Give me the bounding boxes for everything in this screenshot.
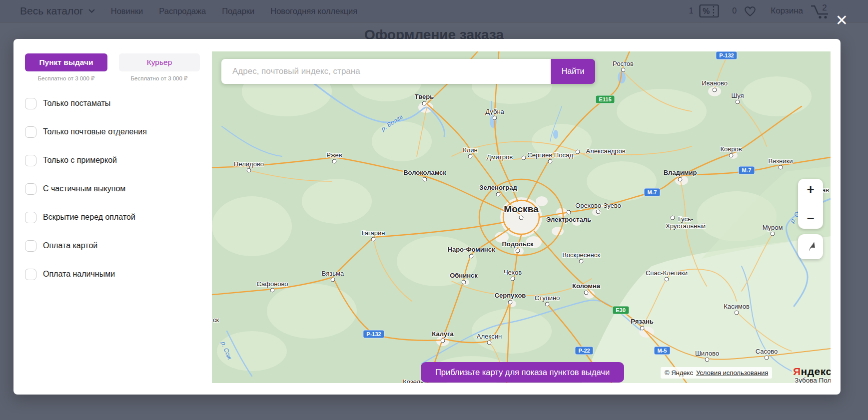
map-city-label: Калуга [432, 330, 453, 338]
tab-courier[interactable]: Курьер [119, 53, 200, 71]
copyright-text: © Яндекс [665, 369, 693, 377]
address-search-input[interactable] [221, 59, 551, 84]
filter-row[interactable]: Оплата картой [25, 240, 147, 251]
filter-checkbox[interactable] [25, 155, 36, 166]
city-dot [516, 249, 520, 253]
filter-row[interactable]: С частичным выкупом [25, 183, 147, 194]
catalog-menu-button[interactable]: Весь каталог [20, 5, 95, 17]
city-dot [729, 153, 734, 158]
map-city-label: Чехов [504, 269, 522, 276]
road-badge: Р-132 [716, 51, 737, 60]
map-city-label: Рязань [631, 318, 653, 325]
map-city-label: Александров [586, 147, 625, 155]
pickup-free-note: Бесплатно от 3 000 ₽ [25, 75, 107, 82]
map-city-label: Сасово [756, 348, 778, 355]
filter-checkbox[interactable] [25, 269, 36, 280]
filter-checkbox[interactable] [25, 212, 36, 223]
terms-link[interactable]: Условия использования [696, 369, 768, 377]
zoom-in-button[interactable]: + [807, 184, 814, 195]
heart-icon[interactable] [743, 4, 758, 18]
filter-label: Только почтовые отделения [43, 127, 147, 136]
filter-label: Оплата наличными [43, 270, 115, 279]
nav-link[interactable]: Распродажа [159, 6, 206, 16]
city-dot [423, 177, 427, 182]
filter-row[interactable]: Вскрытие перед оплатой [25, 212, 147, 223]
city-dot [469, 254, 474, 259]
tab-pickup-point[interactable]: Пункт выдачи [25, 53, 107, 71]
city-dot [462, 280, 466, 285]
cart-icon[interactable]: 2 [809, 2, 832, 19]
map-city-label: Ковров [720, 145, 742, 153]
map-city-label: Клин [463, 146, 478, 154]
city-dot [713, 88, 717, 92]
filter-checkbox[interactable] [25, 183, 36, 195]
city-dot [665, 277, 669, 282]
courier-free-note: Бесплатно от 3 000 ₽ [118, 75, 200, 82]
yandex-logo-first-letter: Я [793, 366, 801, 377]
map-city-label: Электросталь [546, 216, 591, 223]
coupon-count: 1 [689, 6, 693, 15]
search-submit-button[interactable]: Найти [551, 59, 595, 84]
chevron-down-icon [88, 9, 95, 13]
filter-label: Только постаматы [43, 99, 110, 108]
road-badge: Е115 [595, 95, 615, 104]
city-dot [621, 68, 626, 72]
filter-row[interactable]: Оплата наличными [25, 269, 147, 280]
coupon-icon[interactable]: % [699, 4, 719, 18]
map-city-label: Воскресенск [562, 251, 600, 259]
map-city-label: Зеленоград [479, 184, 517, 191]
map-canvas[interactable]: ТверьДубнаРостовИвановоШуяНелидовоРжевКл… [212, 51, 831, 383]
map-city-label: Ступино [535, 294, 560, 302]
map-city-label: Тверь [415, 93, 434, 100]
filter-row[interactable]: Только постаматы [25, 98, 147, 109]
city-dot [270, 288, 275, 293]
geolocation-button[interactable] [798, 234, 823, 259]
yandex-logo[interactable]: Яндекс [793, 366, 831, 378]
filter-checkbox[interactable] [25, 240, 36, 252]
city-dot [422, 101, 427, 106]
map-city-label: Дмитров [487, 153, 513, 161]
road-badge: Е30 [612, 306, 629, 315]
city-dot [678, 177, 683, 182]
filter-checkbox[interactable] [25, 98, 36, 109]
map-city-label: ск [213, 316, 219, 324]
filter-label: Оплата картой [43, 241, 97, 250]
city-dot [545, 302, 550, 307]
city-dot [584, 291, 589, 295]
city-dot [371, 237, 376, 242]
city-dot [468, 154, 473, 159]
map-attribution: © Яндекс Условия использования [661, 367, 772, 379]
city-dot [548, 159, 553, 164]
close-icon[interactable]: ✕ [836, 13, 848, 28]
city-dot [508, 300, 513, 305]
nav-link[interactable]: Подарки [222, 6, 254, 16]
map-city-label: Гагарин [362, 229, 385, 237]
city-dot [671, 216, 675, 220]
delivery-panel: Пункт выдачи Курьер Бесплатно от 3 000 ₽… [13, 39, 212, 395]
zoom-out-button[interactable]: − [807, 213, 814, 224]
map-city-label: Москва [504, 204, 538, 215]
city-dot [640, 326, 645, 331]
city-dot [332, 159, 337, 164]
city-dot [596, 210, 601, 214]
map-city-label: Коломна [572, 282, 600, 290]
map-city-label: Иваново [702, 79, 728, 87]
cart-label[interactable]: Корзина [771, 6, 803, 16]
map-city-label: Вязники [769, 157, 793, 165]
map-city-label: Серпухов [495, 292, 526, 299]
filter-row[interactable]: Только с примеркой [25, 155, 147, 166]
nav-link[interactable]: Новогодняя коллекция [270, 6, 357, 16]
nav-link[interactable]: Новинки [111, 6, 143, 16]
city-dot [576, 150, 580, 154]
map-city-label: Волоколамск [403, 169, 446, 176]
city-dot [493, 116, 497, 120]
filter-checkbox[interactable] [25, 126, 36, 138]
city-dot [779, 165, 783, 170]
filter-row[interactable]: Только почтовые отделения [25, 126, 147, 137]
navigation-arrow-icon [804, 240, 817, 253]
zoom-hint-banner: Приблизьте карту для показа пунктов выда… [421, 362, 624, 383]
city-dot [567, 210, 571, 215]
map-city-label: Сергиев Посад [527, 151, 573, 159]
map-city-label: Владимир [664, 169, 697, 176]
checkout-modal: Пункт выдачи Курьер Бесплатно от 3 000 ₽… [13, 39, 841, 395]
